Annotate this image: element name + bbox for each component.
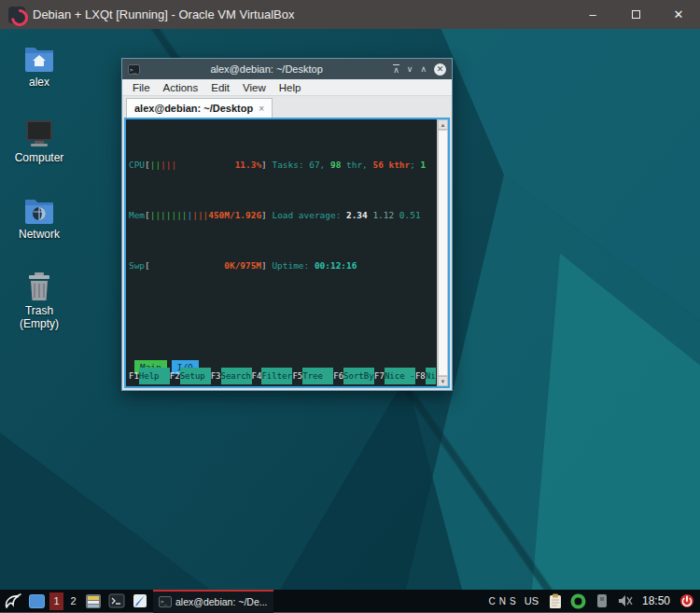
terminal-titlebar[interactable]: >_ alex@debian: ~/Desktop ∧ ∨ ∧ ✕ bbox=[122, 59, 452, 79]
htop-text-segment: 56 kthr bbox=[372, 160, 410, 170]
htop-fkey-label[interactable]: Nice + bbox=[426, 368, 436, 384]
lxqt-bird-icon bbox=[4, 592, 22, 609]
virtualbox-titlebar: Debian + LXQt [Running] - Oracle VM Virt… bbox=[0, 0, 700, 29]
close-window-icon[interactable]: ✕ bbox=[434, 63, 446, 76]
quicklaunch-terminal[interactable] bbox=[106, 591, 127, 611]
htop-text-segment: Swp bbox=[129, 260, 145, 271]
terminal-menubar: File Actions Edit View Help bbox=[122, 79, 452, 96]
menu-view[interactable]: View bbox=[236, 82, 273, 93]
workspace-switcher-1[interactable]: 1 bbox=[49, 592, 63, 610]
keyboard-layout-indicator[interactable]: US bbox=[525, 595, 539, 606]
htop-text-segment: thr, bbox=[341, 160, 372, 170]
desktop-icon-alex[interactable]: alex bbox=[6, 42, 73, 89]
htop-fkey-label[interactable]: Search bbox=[221, 368, 252, 384]
htop-text-segment: 0K/975M bbox=[224, 260, 261, 271]
desktop-icon-trash[interactable]: Trash(Empty) bbox=[6, 271, 73, 330]
scrollbar-thumb[interactable] bbox=[438, 130, 448, 376]
desktop: alex Computer Network Trash(Empty) bbox=[0, 29, 700, 590]
quicklaunch-file-manager[interactable] bbox=[83, 591, 104, 611]
virtualbox-window-title: Debian + LXQt [Running] - Oracle VM Virt… bbox=[33, 7, 294, 21]
htop-text-segment: 98 bbox=[330, 160, 341, 170]
terminal-content[interactable]: CPU[||||| 11.3%] Tasks: 67, 98 thr, 56 k… bbox=[124, 118, 450, 388]
tab-close-icon[interactable]: × bbox=[259, 104, 264, 114]
htop-fkey[interactable]: F5 bbox=[292, 368, 302, 384]
htop-text-segment: Uptime: bbox=[272, 260, 314, 271]
htop-fkey-label[interactable]: Help bbox=[139, 368, 170, 384]
minimize-window-icon[interactable]: ∨ bbox=[407, 65, 413, 74]
desktop-icon bbox=[29, 594, 45, 608]
volume-tray-icon[interactable] bbox=[615, 591, 636, 611]
htop-text-segment: ||||||| bbox=[150, 210, 188, 220]
terminal-body: CPU[||||| 11.3%] Tasks: 67, 98 thr, 56 k… bbox=[122, 118, 452, 390]
file-manager-icon bbox=[85, 593, 102, 609]
menu-actions[interactable]: Actions bbox=[157, 82, 205, 93]
htop-text-segment: 00:12:16 bbox=[315, 260, 357, 271]
quicklaunch-featherpad[interactable] bbox=[130, 591, 150, 611]
htop-fkey-label[interactable]: Setup bbox=[180, 368, 211, 384]
htop-fkey-label[interactable]: SortBy bbox=[343, 368, 374, 384]
network-folder-icon bbox=[22, 194, 56, 226]
htop-text-segment: 2.34 bbox=[346, 210, 368, 220]
computer-icon bbox=[22, 118, 56, 149]
featherpad-icon bbox=[132, 593, 148, 608]
htop-display: CPU[||||| 11.3%] Tasks: 67, 98 thr, 56 k… bbox=[126, 119, 437, 386]
taskbar-task-terminal[interactable]: >_ alex@debian: ~/De... bbox=[153, 590, 273, 613]
taskbar: 1 2 >_ alex@debian: ~/De... CNS US bbox=[0, 590, 700, 613]
htop-fkey-label[interactable]: Tree bbox=[302, 368, 333, 384]
shade-window-icon[interactable]: ∧ bbox=[393, 64, 399, 75]
htop-fkey[interactable]: F7 bbox=[374, 368, 385, 384]
menu-file[interactable]: File bbox=[126, 82, 157, 93]
taskbar-clock[interactable]: 18:50 bbox=[642, 594, 670, 607]
htop-fkey[interactable]: F2 bbox=[170, 368, 180, 384]
htop-text-segment: Mem bbox=[129, 210, 145, 220]
virtualbox-app-icon bbox=[8, 7, 25, 23]
task-label: alex@debian: ~/De... bbox=[175, 596, 268, 607]
htop-fkey[interactable]: F8 bbox=[415, 368, 426, 384]
clipboard-tray-icon[interactable] bbox=[545, 591, 566, 611]
htop-text-segment: 0.51 bbox=[394, 210, 420, 220]
terminal-tab[interactable]: alex@debian: ~/Desktop × bbox=[126, 98, 273, 118]
vbox-maximize-button[interactable] bbox=[614, 0, 657, 29]
scrollbar-up-icon[interactable]: ▲ bbox=[438, 119, 448, 130]
green-ring-icon bbox=[570, 593, 586, 609]
desktop-icon-computer[interactable]: Computer bbox=[6, 118, 73, 164]
maximize-icon bbox=[632, 10, 640, 19]
htop-text-segment: 1.12 bbox=[368, 210, 394, 220]
vbox-close-button[interactable]: ✕ bbox=[657, 0, 700, 29]
htop-fkey[interactable]: F1 bbox=[129, 368, 139, 384]
terminal-icon: >_ bbox=[159, 596, 172, 607]
htop-text-segment: 11.3% bbox=[235, 160, 261, 170]
terminal-icon bbox=[108, 593, 125, 608]
menu-help[interactable]: Help bbox=[273, 82, 308, 93]
htop-text-segment: ||| bbox=[192, 210, 208, 220]
htop-fkey[interactable]: F6 bbox=[333, 368, 343, 384]
clipboard-icon bbox=[549, 593, 562, 609]
vbox-minimize-button[interactable]: – bbox=[571, 0, 614, 29]
show-desktop-button[interactable] bbox=[26, 591, 47, 611]
main-menu-button[interactable] bbox=[3, 591, 23, 611]
htop-fkey-label[interactable]: Filter bbox=[261, 368, 292, 384]
removable-media-tray-icon[interactable] bbox=[592, 591, 612, 611]
close-icon: ✕ bbox=[674, 7, 684, 21]
htop-fkey[interactable]: F3 bbox=[211, 368, 221, 384]
terminal-tab-label: alex@debian: ~/Desktop bbox=[134, 103, 253, 114]
keyboard-state-indicator: CNS bbox=[489, 596, 520, 606]
htop-swp-meter: Swp[ 0K/975M] Uptime: 00:12:16 bbox=[129, 258, 437, 274]
trash-icon bbox=[22, 271, 56, 302]
htop-text-segment: 1 bbox=[421, 160, 427, 170]
maximize-window-icon[interactable]: ∧ bbox=[420, 65, 427, 74]
menu-edit[interactable]: Edit bbox=[204, 82, 236, 93]
monitor-tray-icon[interactable] bbox=[568, 591, 589, 611]
htop-fkey[interactable]: F4 bbox=[252, 368, 262, 384]
htop-function-key-bar: F1Help F2Setup F3SearchF4FilterF5Tree F6… bbox=[129, 368, 436, 384]
minimize-icon: – bbox=[589, 7, 595, 21]
scrollbar-down-icon[interactable]: ▼ bbox=[438, 376, 448, 386]
htop-fkey-label[interactable]: Nice - bbox=[385, 368, 415, 384]
htop-text-segment: Load average: bbox=[272, 210, 346, 220]
leave-button[interactable] bbox=[677, 591, 697, 611]
desktop-icon-network[interactable]: Network bbox=[6, 194, 73, 241]
qterminal-window: >_ alex@debian: ~/Desktop ∧ ∨ ∧ ✕ File A… bbox=[121, 58, 453, 391]
workspace-switcher-2[interactable]: 2 bbox=[66, 592, 80, 610]
terminal-scrollbar[interactable]: ▲ ▼ bbox=[437, 119, 448, 386]
htop-mem-meter: Mem[|||||||||||450M/1.92G] Load average:… bbox=[129, 207, 437, 224]
